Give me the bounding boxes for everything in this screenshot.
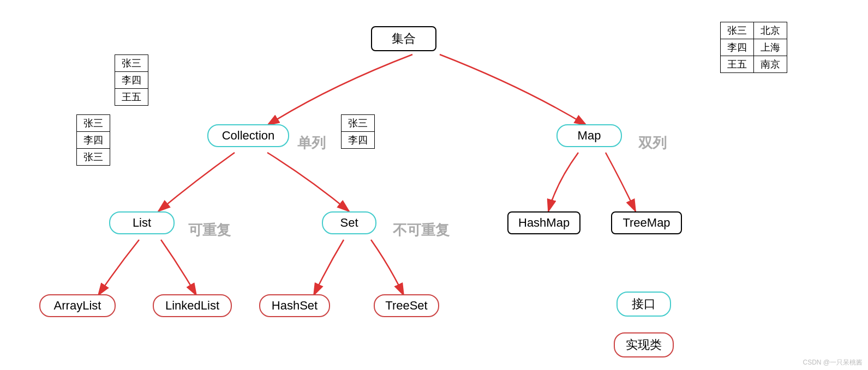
label-double: 双列 xyxy=(638,134,667,153)
label-single: 单列 xyxy=(297,134,326,153)
node-hashset: HashSet xyxy=(259,294,330,317)
node-treemap: TreeMap xyxy=(611,211,682,234)
legend-interface: 接口 xyxy=(616,292,671,317)
node-treeset: TreeSet xyxy=(374,294,439,317)
diagram-container: 张三北京 李四上海 王五南京 张三 李四 王五 张三 李四 张三 张三 李四 集… xyxy=(0,0,868,370)
node-hashmap: HashMap xyxy=(507,211,580,234)
table-left-mid: 张三 李四 张三 xyxy=(76,114,110,166)
node-jihe: 集合 xyxy=(371,26,436,51)
legend-impl: 实现类 xyxy=(614,332,674,357)
table-top-right: 张三北京 李四上海 王五南京 xyxy=(720,22,787,73)
label-repeatable: 可重复 xyxy=(188,221,231,240)
label-notrepeatable: 不可重复 xyxy=(393,221,450,240)
node-collection: Collection xyxy=(207,124,289,147)
node-list: List xyxy=(109,211,175,234)
node-linkedlist: LinkedList xyxy=(153,294,232,317)
node-set: Set xyxy=(322,211,376,234)
table-center-mid: 张三 李四 xyxy=(341,114,375,149)
node-map: Map xyxy=(556,124,622,147)
watermark: CSDN @一只呆桃酱 xyxy=(803,358,863,367)
node-arraylist: ArrayList xyxy=(39,294,116,317)
table-left-top: 张三 李四 王五 xyxy=(115,54,148,106)
